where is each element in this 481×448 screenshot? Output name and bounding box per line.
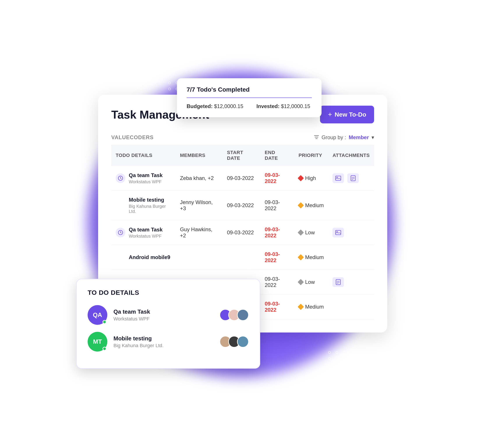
priority-label: Low [305, 230, 315, 236]
todo-detail-item[interactable]: MT Mobile testing Big Kahuna Burger Ltd. [88, 332, 249, 352]
task-name: Android mobile9 [129, 254, 170, 260]
dot [336, 351, 338, 354]
task-icon [116, 173, 125, 183]
svg-rect-2 [316, 138, 318, 139]
dot [380, 357, 383, 360]
todo-avatar-qa: QA [88, 305, 107, 325]
plus-icon: + [328, 110, 332, 119]
end-date-cell: 09-03-2022 [260, 270, 294, 294]
group-by-control[interactable]: Group by : Member ▾ [314, 134, 374, 140]
dots-row-4 [328, 357, 383, 360]
members-cell: Jenny Wilson, +3 [176, 191, 223, 220]
end-date-cell: 09-03-2022 [260, 245, 294, 270]
priority-cell: Medium [294, 294, 328, 319]
attachments-cell [328, 191, 374, 220]
priority-cell: Medium [294, 191, 328, 220]
dot [358, 351, 361, 354]
table-row[interactable]: Mobile testing Big Kahuna Burger Ltd. Je… [111, 191, 374, 220]
table-row[interactable]: Qa team Task Workstatus WPF Zeba khan, +… [111, 166, 374, 191]
start-date-cell: 09-03-2022 [223, 191, 260, 220]
group-label: VALUECODERS [111, 134, 154, 140]
todo-item-info: Mobile testing Big Kahuna Burger Ltd. [113, 335, 213, 348]
dot [373, 351, 376, 354]
priority-cell: Medium [294, 245, 328, 270]
priority-indicator [298, 202, 304, 209]
todo-item-sub: Big Kahuna Burger Ltd. [113, 343, 213, 348]
dot [358, 357, 361, 360]
priority-label: High [305, 175, 316, 181]
end-date-cell: 09-03-2022 [260, 220, 294, 245]
dot [168, 82, 171, 84]
avatar-initials: MT [93, 338, 102, 345]
end-date-cell: 09-03-2022 [260, 166, 294, 191]
dot [373, 357, 376, 360]
online-indicator [103, 347, 106, 351]
task-name: Qa team Task [129, 227, 163, 233]
priority-label: Medium [305, 254, 324, 260]
group-by-label: Group by : [322, 134, 346, 140]
attachments-cell [328, 270, 374, 294]
priority-indicator [298, 279, 304, 285]
new-todo-button[interactable]: + New To-Do [320, 106, 374, 124]
task-name: Mobile testing [129, 197, 171, 203]
todo-completed-tooltip: 7/7 Todo's Completed Budgeted: $12,0000.… [177, 78, 322, 117]
doc-attachment-icon[interactable] [347, 173, 359, 183]
priority-label: Low [305, 279, 315, 285]
start-date-cell [223, 245, 260, 270]
start-date-cell: 09-03-2022 [223, 166, 260, 191]
budgeted-value: $12,0000.15 [214, 103, 243, 109]
priority-indicator [298, 304, 304, 310]
todo-item-name: Qa team Task [113, 308, 213, 315]
budgeted-stat: Budgeted: $12,0000.15 [187, 103, 243, 109]
member-avatars [219, 336, 249, 348]
avatar-initials: QA [93, 311, 102, 318]
tooltip-title: 7/7 Todo's Completed [187, 86, 312, 93]
group-by-value: Member [349, 134, 369, 140]
task-details-cell: Mobile testing Big Kahuna Burger Ltd. [111, 191, 176, 220]
svg-rect-11 [336, 230, 341, 235]
col-end-date: END DATE [260, 145, 294, 166]
page-wrapper: 7/7 Todo's Completed Budgeted: $12,0000.… [0, 0, 481, 448]
tooltip-stats: Budgeted: $12,0000.15 Invested: $12,0000… [187, 103, 312, 109]
table-row[interactable]: Qa team Task Workstatus WPF Guy Hawkins,… [111, 220, 374, 245]
dot [336, 357, 338, 360]
chevron-down-icon[interactable]: ▾ [371, 134, 374, 140]
task-details-cell: Qa team Task Workstatus WPF [111, 166, 176, 191]
priority-cell: Low [294, 270, 328, 294]
table-row[interactable]: Android mobile9 09-03-2022 Medium [111, 245, 374, 270]
task-sub: Workstatus WPF [129, 234, 163, 239]
svg-rect-6 [351, 176, 355, 181]
invested-label: Invested: [256, 103, 279, 109]
invested-stat: Invested: $12,0000.15 [256, 103, 310, 109]
end-date-cell: 09-03-2022 [260, 191, 294, 220]
dots-bottom [328, 351, 383, 360]
group-header: VALUECODERS Group by : Member ▾ [111, 134, 374, 140]
dot [365, 351, 368, 354]
image-attachment-icon[interactable] [332, 173, 344, 183]
table-header-row: TODO DETAILS MEMBERS START DATE END DATE… [111, 145, 374, 166]
dot [350, 357, 353, 360]
doc-attachment-icon[interactable] [332, 277, 344, 287]
dots-row-3 [328, 351, 383, 354]
col-start-date: START DATE [223, 145, 260, 166]
dot [350, 351, 353, 354]
todo-item-sub: Workstatus WPF [113, 316, 213, 322]
members-cell: Zeba khan, +2 [176, 166, 223, 191]
svg-rect-1 [315, 137, 318, 137]
col-attachments: ATTACHMENTS [328, 145, 374, 166]
svg-rect-0 [314, 135, 319, 136]
new-todo-label: New To-Do [335, 111, 366, 118]
dot [343, 357, 346, 360]
col-members: MEMBERS [176, 145, 223, 166]
priority-indicator [298, 230, 304, 236]
filter-icon [314, 134, 319, 140]
image-attachment-icon[interactable] [332, 228, 344, 237]
dot [380, 351, 383, 354]
dot [328, 357, 331, 360]
priority-label: Medium [305, 304, 324, 310]
attachments-cell [328, 294, 374, 319]
dot [328, 351, 331, 354]
members-cell: Guy Hawkins, +2 [176, 220, 223, 245]
todo-detail-item[interactable]: QA Qa team Task Workstatus WPF [88, 305, 249, 325]
dot [365, 357, 368, 360]
